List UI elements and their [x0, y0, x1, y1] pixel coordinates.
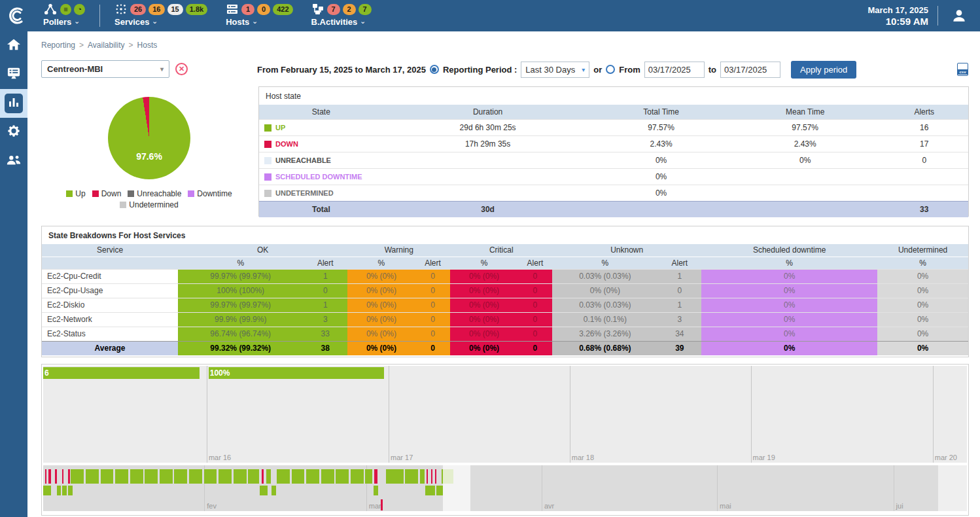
host-state-title: Host state: [259, 87, 968, 105]
menu-hosts[interactable]: 10422 Hosts ⌄: [226, 3, 292, 27]
timeline-segment: [71, 469, 84, 484]
day-tick-label: mar 18: [570, 454, 594, 461]
breakdown-row: Ec2-Diskio 99.97% (99.97%)1 0% (0%)0 0% …: [42, 298, 968, 312]
timeline-segment: [55, 469, 57, 484]
day-gridline: [933, 366, 934, 463]
month-tick-label: avr: [542, 502, 554, 510]
menu-divider: [99, 5, 100, 27]
timeline-segment: [115, 469, 128, 484]
menu-label: Hosts ⌄: [226, 17, 292, 27]
status-count-badge: 1.8k: [186, 4, 207, 15]
chevron-down-icon: ⌄: [74, 17, 80, 25]
timeline-segment: [420, 469, 425, 484]
sub-column-header: [42, 257, 178, 269]
sidebar-item-reporting[interactable]: [0, 89, 27, 118]
custom-period-radio[interactable]: [606, 65, 615, 74]
column-header: State: [259, 105, 383, 119]
status-count-badge: 422: [273, 4, 292, 15]
availability-bar: 100%: [209, 367, 384, 379]
state-color-swatch: [264, 173, 271, 181]
sidebar-item-monitoring[interactable]: [0, 60, 27, 89]
legend-item-unreachable: Unreachable: [128, 189, 181, 198]
top-header: ≡◔ Pollers ⌄2616151.8k Services ⌄10422 H…: [0, 0, 980, 31]
host-select[interactable]: Centreon-MBI ▾: [41, 60, 169, 78]
chevron-down-icon: ⌄: [252, 17, 258, 25]
user-menu[interactable]: [938, 7, 980, 24]
timeline-strip-cap: [938, 465, 967, 511]
timeline-main-chart[interactable]: mar 16 mar 17 mar 18 mar 19 mar 206100%: [43, 366, 967, 463]
breadcrumb-availability[interactable]: Availability: [88, 41, 124, 50]
host-state-row: SCHEDULED DOWNTIME 0%: [259, 168, 968, 185]
legend-item-undetermined: Undetermined: [120, 200, 178, 209]
timeline-segment: [160, 469, 173, 484]
menu-label: B.Activities ⌄: [311, 17, 372, 27]
timeline-segment: [68, 486, 73, 495]
top-menus: ≡◔ Pollers ⌄2616151.8k Services ⌄10422 H…: [34, 0, 381, 31]
status-count-badge: 16: [149, 4, 164, 15]
share-nodes-icon: [43, 3, 58, 15]
menu-services[interactable]: 2616151.8k Services ⌄: [114, 3, 207, 27]
centreon-logo[interactable]: [0, 6, 34, 26]
home-icon: [7, 38, 21, 54]
day-gridline: [570, 366, 570, 463]
apply-period-button[interactable]: Apply period: [791, 61, 856, 79]
timeline-segment: [405, 469, 419, 484]
month-tick-label: jui: [894, 502, 903, 510]
timeline-selection-window[interactable]: [443, 465, 470, 511]
to-date-input[interactable]: [720, 62, 780, 78]
timeline-segment: [189, 469, 202, 484]
host-state-header-row: StateDurationTotal TimeMean TimeAlerts: [259, 105, 968, 119]
column-header: Warning: [347, 244, 450, 257]
sidebar-item-configuration[interactable]: [0, 118, 27, 147]
sub-column-header: Alert: [658, 257, 702, 269]
legend-item-downtime: Downtime: [188, 189, 232, 198]
timeline-segment: [68, 469, 70, 484]
people-icon: [6, 153, 22, 169]
clear-selection-icon[interactable]: ✕: [175, 63, 188, 75]
sidebar-item-home[interactable]: [0, 31, 27, 60]
centreon-logo-icon: [7, 6, 27, 26]
timeline-segment: [425, 486, 435, 495]
breadcrumb: Reporting>Availability>Hosts: [41, 41, 157, 50]
state-color-swatch: [264, 124, 271, 132]
month-tick-label: fev: [204, 502, 217, 510]
timeline-segment: [86, 469, 99, 484]
timeline-segment: [204, 469, 217, 484]
column-header: Total Time: [592, 105, 729, 119]
timeline-segment: [374, 486, 378, 495]
sidebar-item-administration[interactable]: [0, 147, 27, 175]
availability-pie-chart[interactable]: 97.6%: [108, 97, 190, 179]
menu-bactivities[interactable]: 727 B.Activities ⌄: [311, 3, 372, 27]
timeline-segment: [266, 469, 271, 484]
timeline-segment: [57, 486, 61, 495]
breakdown-group-header: ServiceOKWarningCriticalUnknownScheduled…: [42, 244, 968, 257]
to-label: to: [709, 65, 716, 75]
timeline-segment: [260, 486, 268, 495]
month-tick-label: mai: [717, 502, 731, 510]
timeline-overview-strip[interactable]: fev mar avr mai jui: [43, 465, 938, 511]
breadcrumb-hosts[interactable]: Hosts: [137, 41, 158, 50]
column-header: Critical: [450, 244, 552, 257]
chevron-down-icon: ⌄: [152, 17, 158, 25]
from-label: From: [619, 65, 640, 75]
service-name: Ec2-Network: [42, 312, 178, 327]
chevron-down-icon: ▾: [160, 65, 164, 73]
service-name: Average: [42, 341, 178, 355]
timeline-segment: [48, 469, 51, 484]
status-count-badge: 26: [130, 4, 146, 15]
from-date-input[interactable]: [644, 62, 705, 78]
period-summary: From February 15, 2025 to March 17, 2025: [257, 65, 426, 75]
period-select[interactable]: Last 30 Days ▾: [521, 62, 589, 78]
host-select-value: Centreon-MBI: [47, 64, 103, 74]
breadcrumb-reporting[interactable]: Reporting: [41, 41, 75, 50]
list-icon: ≡: [60, 4, 71, 15]
timeline-segment: [431, 469, 432, 484]
timeline-segment: [427, 469, 428, 484]
timeline-segment: [130, 469, 143, 484]
csv-export-icon[interactable]: [957, 63, 968, 76]
reporting-period-radio[interactable]: [430, 65, 439, 74]
sub-column-header: Alert: [415, 257, 451, 269]
menu-pollers[interactable]: ≡◔ Pollers ⌄: [43, 3, 85, 27]
left-sidebar: [0, 31, 27, 517]
column-header: OK: [178, 244, 347, 257]
